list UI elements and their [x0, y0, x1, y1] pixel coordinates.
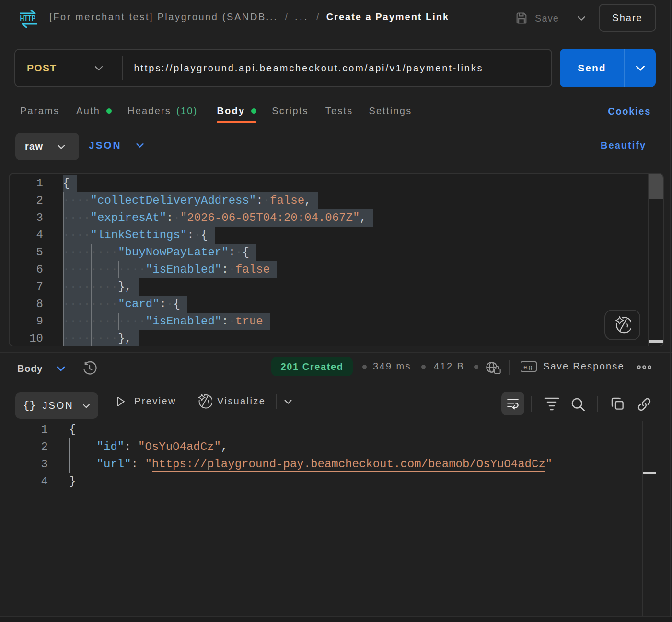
svg-text:HTTP: HTTP [20, 14, 36, 23]
